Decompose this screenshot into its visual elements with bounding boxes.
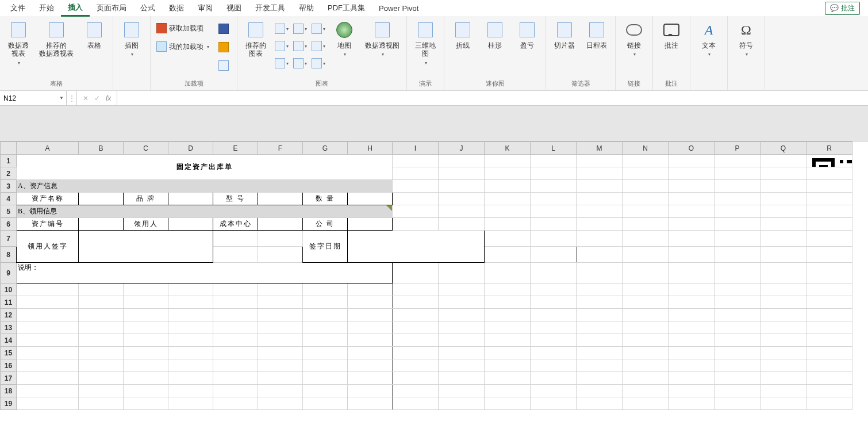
cell-M19[interactable]	[577, 397, 623, 410]
cell-B17[interactable]	[79, 372, 124, 385]
col-header-B[interactable]: B	[79, 142, 124, 155]
cell-F13[interactable]	[258, 321, 303, 334]
cell-G18[interactable]	[303, 385, 348, 397]
cell-B10[interactable]	[79, 284, 124, 296]
cell-Q10[interactable]	[761, 284, 806, 296]
cell-N7[interactable]	[623, 231, 669, 247]
cell-F17[interactable]	[258, 372, 303, 385]
cell-I11[interactable]	[393, 296, 439, 309]
cell-Q2[interactable]	[761, 167, 806, 180]
enter-formula-icon[interactable]: ✓	[94, 94, 100, 102]
row-header-15[interactable]: 15	[1, 347, 17, 359]
cell-O8[interactable]	[669, 247, 715, 263]
cell-O9[interactable]	[669, 263, 715, 284]
cell-R6[interactable]	[806, 218, 852, 231]
cell-F10[interactable]	[258, 284, 303, 296]
cell-N15[interactable]	[623, 347, 669, 359]
cell-M12[interactable]	[577, 309, 623, 321]
cell-D19[interactable]	[168, 397, 213, 410]
cell-G11[interactable]	[303, 296, 348, 309]
cell-L13[interactable]	[531, 321, 577, 334]
select-all-corner[interactable]	[1, 142, 17, 155]
cell-M14[interactable]	[577, 334, 623, 347]
row-header-18[interactable]: 18	[1, 385, 17, 397]
cell-K18[interactable]	[485, 385, 531, 397]
cell-A11[interactable]	[17, 296, 79, 309]
cell-Q15[interactable]	[761, 347, 806, 359]
cell-J10[interactable]	[439, 284, 485, 296]
cell-M13[interactable]	[577, 321, 623, 334]
cell-R7[interactable]	[806, 231, 852, 247]
cell-E14[interactable]	[213, 334, 258, 347]
cell-C11[interactable]	[124, 296, 168, 309]
recommended-charts-button[interactable]: 推荐的 图表	[241, 18, 271, 60]
cell-H10[interactable]	[348, 284, 393, 296]
slicer-button[interactable]: 切片器	[550, 18, 579, 52]
cell-Q3[interactable]	[761, 180, 806, 193]
cell-J11[interactable]	[439, 296, 485, 309]
link-button[interactable]: 链接▾	[619, 18, 649, 60]
cell-N3[interactable]	[623, 180, 669, 193]
name-box[interactable]: ▼	[0, 91, 67, 105]
cell-L7[interactable]	[531, 231, 577, 247]
sparkline-column-button[interactable]: 柱形	[480, 18, 510, 52]
cell-Q18[interactable]	[761, 385, 806, 397]
cell-J2[interactable]	[439, 167, 485, 180]
cell-A7[interactable]: 领用人签字	[17, 231, 79, 263]
cell-O18[interactable]	[669, 385, 715, 397]
cell-E11[interactable]	[213, 296, 258, 309]
cell-A4[interactable]: 资产名称	[17, 193, 79, 205]
cell-B12[interactable]	[79, 309, 124, 321]
cell-N4[interactable]	[623, 193, 669, 205]
cell-P16[interactable]	[715, 359, 761, 372]
cell-K2[interactable]	[485, 167, 531, 180]
col-header-H[interactable]: H	[348, 142, 393, 155]
cell-N5[interactable]	[623, 205, 669, 218]
cell-N8[interactable]	[623, 247, 669, 263]
cell-L16[interactable]	[531, 359, 577, 372]
cell-D11[interactable]	[168, 296, 213, 309]
cell-J16[interactable]	[439, 359, 485, 372]
col-header-Q[interactable]: Q	[761, 142, 806, 155]
cell-A14[interactable]	[17, 334, 79, 347]
cell-L2[interactable]	[531, 167, 577, 180]
cell-O11[interactable]	[669, 296, 715, 309]
row-header-16[interactable]: 16	[1, 359, 17, 372]
cell-Q7[interactable]	[761, 231, 806, 247]
cell-R4[interactable]	[806, 193, 852, 205]
cell-G7[interactable]: 签字日期	[303, 231, 348, 263]
cell-H4[interactable]	[348, 193, 393, 205]
cell-G10[interactable]	[303, 284, 348, 296]
cell-J1[interactable]	[439, 155, 485, 167]
cell-R5[interactable]	[806, 205, 852, 218]
pivotchart-button[interactable]: 数据透视图▾	[362, 18, 403, 60]
cell-K4[interactable]	[485, 193, 531, 205]
cell-C13[interactable]	[124, 321, 168, 334]
cell-Q16[interactable]	[761, 359, 806, 372]
cell-N9[interactable]	[623, 263, 669, 284]
row-header-19[interactable]: 19	[1, 397, 17, 410]
cell-J6[interactable]	[439, 218, 485, 231]
cell-O1[interactable]	[669, 155, 715, 167]
cell-N6[interactable]	[623, 218, 669, 231]
cell-A3[interactable]: A、资产信息	[17, 180, 393, 193]
cell-F8[interactable]	[258, 247, 303, 263]
cell-L11[interactable]	[531, 296, 577, 309]
cell-A10[interactable]	[17, 284, 79, 296]
col-header-J[interactable]: J	[439, 142, 485, 155]
col-header-A[interactable]: A	[17, 142, 79, 155]
cell-P14[interactable]	[715, 334, 761, 347]
cell-A6[interactable]: 资产编号	[17, 218, 79, 231]
symbol-button[interactable]: Ω符号▾	[731, 18, 761, 60]
cell-N10[interactable]	[623, 284, 669, 296]
fx-icon[interactable]: fx	[106, 94, 111, 102]
row-header-11[interactable]: 11	[1, 296, 17, 309]
cell-G4[interactable]: 数 量	[303, 193, 348, 205]
cell-E7[interactable]	[213, 231, 258, 247]
cell-H17[interactable]	[348, 372, 393, 385]
cell-B6[interactable]	[79, 218, 124, 231]
cell-R15[interactable]	[806, 347, 852, 359]
cell-J14[interactable]	[439, 334, 485, 347]
cell-M4[interactable]	[577, 193, 623, 205]
cell-O16[interactable]	[669, 359, 715, 372]
